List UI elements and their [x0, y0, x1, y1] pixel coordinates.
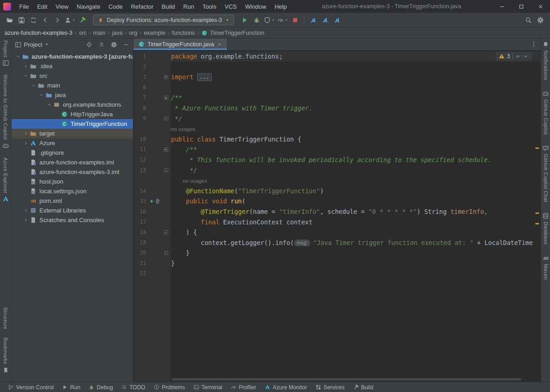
tool-window-button-structure[interactable]: Structure	[3, 307, 8, 329]
usages-hint[interactable]: no usages	[171, 126, 195, 132]
run-config-combo[interactable]: Deploy Functions: azure-function-example…	[93, 15, 234, 25]
debug-button[interactable]	[251, 14, 263, 26]
code-text[interactable]	[171, 62, 541, 72]
tool-window-button-maven[interactable]: mMaven	[542, 255, 549, 280]
azure-tool-button[interactable]: A	[331, 14, 343, 26]
tree-item-target[interactable]: target	[11, 129, 133, 138]
warning-stripe-mark[interactable]	[535, 147, 539, 149]
fold-collapse-icon[interactable]	[164, 251, 168, 255]
tree-item-azure[interactable]: Azure	[11, 138, 133, 148]
open-project-button[interactable]	[4, 14, 16, 26]
tool-window-button-project[interactable]: Project	[2, 40, 9, 66]
tree-item-httptriggerjava[interactable]: CHttpTriggerJava	[11, 109, 133, 119]
code-editor[interactable]: 1package org.example.functions;23import …	[133, 50, 541, 382]
statusbar-terminal[interactable]: Terminal	[189, 382, 226, 392]
breadcrumb-item-azure-function-examples-3[interactable]: azure-function-examples-3	[5, 30, 72, 36]
tree-item-org-example-functions[interactable]: org.example.functions	[11, 100, 133, 109]
close-button[interactable]	[531, 0, 550, 13]
breadcrumb-item-java[interactable]: java	[112, 30, 122, 36]
tree-item-scratches-and-consoles[interactable]: Scratches and Consoles	[11, 215, 133, 225]
tab-options-kebab-icon[interactable]	[530, 41, 537, 48]
horizontal-scrollbar[interactable]	[172, 378, 521, 381]
collapse-all-icon[interactable]	[98, 41, 105, 48]
menu-help[interactable]: Help	[270, 0, 291, 13]
settings-button[interactable]	[534, 14, 546, 26]
code-text[interactable]: /**	[171, 144, 541, 155]
maximize-button[interactable]	[512, 0, 531, 13]
code-text[interactable]: @TimerTrigger(name = "timerInfo", schedu…	[171, 207, 541, 217]
close-tab-icon[interactable]	[217, 42, 222, 47]
tree-item-local-settings-json[interactable]: {}local.settings.json	[11, 186, 133, 196]
menu-edit[interactable]: Edit	[33, 0, 51, 13]
statusbar-azure-monitor[interactable]: Azure Monitor	[260, 382, 311, 392]
prev-problem-icon[interactable]	[515, 54, 521, 59]
tree-item-src[interactable]: src	[11, 71, 133, 81]
code-text[interactable]: import ...	[171, 72, 541, 82]
chevron-expanded-icon[interactable]	[22, 73, 29, 78]
breadcrumb-item-example[interactable]: example	[144, 30, 165, 36]
chevron-collapsed-icon[interactable]	[22, 208, 29, 213]
usages-hint[interactable]: no usages	[183, 178, 207, 184]
warning-stripe-mark[interactable]	[535, 212, 539, 214]
search-button[interactable]	[522, 14, 534, 26]
tree-item-external-libraries[interactable]: External Libraries	[11, 206, 133, 215]
profiler-button[interactable]	[276, 14, 289, 26]
next-problem-icon[interactable]	[523, 54, 528, 59]
statusbar-services[interactable]: Services	[311, 382, 349, 392]
code-text[interactable]: */	[171, 165, 541, 176]
menu-build[interactable]: Build	[158, 0, 179, 13]
azure-tool-button[interactable]: A	[319, 14, 331, 26]
tree-item-pom-xml[interactable]: mpom.xml	[11, 196, 133, 206]
project-panel-title[interactable]: Project	[24, 41, 42, 48]
back-button[interactable]	[39, 14, 51, 26]
fold-collapse-icon[interactable]	[164, 96, 168, 100]
code-text[interactable]: @FunctionName("TimerTriggerFunction")	[171, 186, 541, 196]
chevron-down-icon[interactable]	[44, 42, 49, 47]
code-text[interactable]: no usages	[171, 175, 541, 186]
run-button[interactable]	[239, 14, 251, 26]
menu-window[interactable]: Window	[241, 0, 270, 13]
code-text[interactable]: public void run(	[171, 196, 541, 207]
code-text[interactable]: public class TimerTriggerFunction {	[171, 134, 541, 145]
chevron-collapsed-icon[interactable]	[22, 131, 29, 136]
fold-expand-icon[interactable]	[164, 75, 168, 79]
code-text[interactable]: }	[171, 258, 541, 269]
warning-stripe-mark[interactable]	[535, 223, 539, 224]
code-text[interactable]: */	[171, 114, 541, 124]
tree-item-gitignore[interactable]: .gitignore	[11, 148, 133, 158]
breadcrumb-item-src[interactable]: src	[79, 30, 87, 36]
chevron-expanded-icon[interactable]	[14, 54, 22, 59]
tab-timertriggerfunction-java[interactable]: C TimerTriggerFunction.java	[133, 38, 227, 50]
statusbar-debug[interactable]: Debug	[84, 382, 117, 392]
statusbar-run[interactable]: Run	[58, 382, 84, 392]
code-text[interactable]: /**	[171, 93, 541, 103]
breadcrumb-item-timertriggerfunction[interactable]: CTimerTriggerFunction	[201, 30, 264, 36]
menu-file[interactable]: File	[15, 0, 33, 13]
code-text[interactable]: package org.example.functions;	[171, 51, 541, 62]
fold-collapse-icon[interactable]	[164, 147, 168, 152]
tool-window-button-github-copilot[interactable]: GitHub Copilot	[542, 90, 549, 135]
save-all-button[interactable]	[16, 14, 28, 26]
chevron-collapsed-icon[interactable]	[22, 141, 29, 146]
chevron-collapsed-icon[interactable]	[22, 64, 29, 69]
inspections-widget[interactable]: 3	[495, 52, 532, 60]
minimize-button[interactable]	[492, 0, 512, 13]
tool-window-button-notifications[interactable]: Notifications	[542, 41, 549, 80]
code-text[interactable]: context.getLogger().info(msg:"Java Timer…	[171, 238, 541, 248]
code-text[interactable]: * Azure Functions with Timer trigger.	[171, 103, 541, 114]
code-text[interactable]: * This function will be invoked periodic…	[171, 155, 541, 165]
fold-collapse-icon[interactable]	[164, 116, 168, 120]
chevron-expanded-icon[interactable]	[45, 102, 53, 107]
statusbar-problems[interactable]: Problems	[149, 382, 189, 392]
tool-window-button-bookmarks[interactable]: Bookmarks	[2, 338, 9, 374]
menu-view[interactable]: View	[51, 0, 72, 13]
tool-window-button-welcome-to-github-copilot[interactable]: Welcome to GitHub Copilot	[2, 75, 9, 149]
tree-item-java[interactable]: java	[11, 90, 133, 100]
fold-collapse-icon[interactable]	[164, 168, 168, 172]
azure-tool-button[interactable]: A	[307, 14, 319, 26]
code-text[interactable]: ) {	[171, 227, 541, 238]
menu-run[interactable]: Run	[179, 0, 198, 13]
statusbar-todo[interactable]: TODO	[117, 382, 149, 392]
breadcrumb-item-main[interactable]: main	[93, 30, 105, 36]
menu-tools[interactable]: Tools	[198, 0, 220, 13]
